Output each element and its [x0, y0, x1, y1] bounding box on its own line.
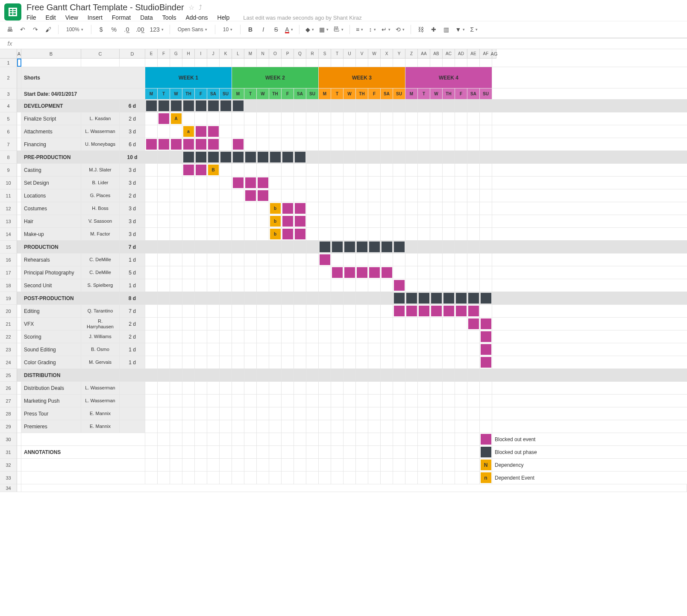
- gantt-cell[interactable]: [145, 228, 158, 240]
- gantt-cell[interactable]: [269, 100, 282, 112]
- fill-color-icon[interactable]: ◆: [304, 24, 316, 35]
- cell[interactable]: [319, 472, 331, 484]
- gantt-cell[interactable]: [418, 151, 430, 163]
- cell[interactable]: [405, 472, 418, 484]
- gantt-cell[interactable]: [232, 125, 244, 138]
- gantt-cell[interactable]: [393, 382, 405, 394]
- gantt-cell[interactable]: [294, 330, 306, 343]
- gantt-cell[interactable]: [480, 292, 492, 304]
- gantt-cell[interactable]: [381, 369, 393, 381]
- gantt-cell[interactable]: [443, 343, 455, 356]
- menu-format[interactable]: Format: [112, 14, 131, 21]
- gantt-cell[interactable]: [331, 253, 344, 266]
- gantt-cell[interactable]: [418, 164, 430, 176]
- col-I[interactable]: I: [195, 49, 207, 59]
- gantt-cell[interactable]: [306, 343, 319, 356]
- gantt-cell[interactable]: [430, 228, 443, 240]
- gantt-cell[interactable]: [467, 100, 480, 112]
- gantt-cell[interactable]: [232, 151, 244, 163]
- gantt-cell[interactable]: [356, 215, 368, 227]
- gantt-cell[interactable]: [319, 164, 331, 176]
- cell[interactable]: [306, 433, 319, 445]
- gantt-cell[interactable]: [145, 253, 158, 266]
- gantt-cell[interactable]: [195, 100, 207, 112]
- cell[interactable]: [17, 292, 21, 304]
- gantt-cell[interactable]: [368, 215, 381, 227]
- gantt-cell[interactable]: [455, 253, 467, 266]
- gantt-cell[interactable]: [306, 125, 319, 138]
- gantt-cell[interactable]: [381, 356, 393, 368]
- gantt-cell[interactable]: [467, 151, 480, 163]
- col-H[interactable]: H: [182, 49, 195, 59]
- cell-end[interactable]: [492, 59, 497, 67]
- cell[interactable]: [331, 472, 344, 484]
- gantt-cell[interactable]: [269, 125, 282, 138]
- gantt-cell[interactable]: [294, 382, 306, 394]
- gantt-cell[interactable]: [381, 241, 393, 253]
- cell[interactable]: [17, 112, 21, 125]
- gantt-cell[interactable]: [430, 125, 443, 138]
- gantt-cell[interactable]: [455, 407, 467, 420]
- gantt-cell[interactable]: [430, 395, 443, 407]
- cell[interactable]: [344, 433, 356, 445]
- gantt-cell[interactable]: [393, 112, 405, 125]
- col-J[interactable]: J: [207, 49, 220, 59]
- gantt-cell[interactable]: [430, 164, 443, 176]
- gantt-cell[interactable]: [368, 279, 381, 292]
- gantt-cell[interactable]: [170, 215, 182, 227]
- gantt-cell[interactable]: [306, 241, 319, 253]
- cell-end[interactable]: [492, 420, 497, 433]
- cell[interactable]: [319, 446, 331, 458]
- gantt-cell[interactable]: [393, 151, 405, 163]
- col-AC[interactable]: AC: [443, 49, 455, 59]
- cell[interactable]: [158, 459, 170, 471]
- gantt-cell[interactable]: [319, 305, 331, 317]
- gantt-cell[interactable]: [381, 253, 393, 266]
- gantt-cell[interactable]: [170, 125, 182, 138]
- gantt-cell[interactable]: [393, 395, 405, 407]
- gantt-cell[interactable]: [269, 279, 282, 292]
- gantt-cell[interactable]: [145, 279, 158, 292]
- gantt-cell[interactable]: [306, 420, 319, 433]
- gantt-cell[interactable]: [257, 305, 269, 317]
- gantt-cell[interactable]: [319, 395, 331, 407]
- gantt-cell[interactable]: [344, 266, 356, 279]
- cell[interactable]: [21, 59, 81, 67]
- gantt-cell[interactable]: [244, 420, 257, 433]
- cell[interactable]: [418, 446, 430, 458]
- cell[interactable]: [356, 446, 368, 458]
- gantt-cell[interactable]: [145, 241, 158, 253]
- gantt-cell[interactable]: [145, 138, 158, 150]
- gantt-cell[interactable]: [368, 369, 381, 381]
- gantt-cell[interactable]: [220, 151, 232, 163]
- gantt-cell[interactable]: [195, 343, 207, 356]
- gantt-cell[interactable]: [207, 100, 220, 112]
- gantt-cell[interactable]: [294, 305, 306, 317]
- gantt-cell[interactable]: [467, 279, 480, 292]
- gantt-cell[interactable]: [430, 382, 443, 394]
- gantt-cell[interactable]: [220, 356, 232, 368]
- gantt-cell[interactable]: [430, 189, 443, 202]
- gantt-cell[interactable]: [405, 266, 418, 279]
- gantt-cell[interactable]: [381, 151, 393, 163]
- gantt-cell[interactable]: [356, 59, 368, 67]
- gantt-cell[interactable]: [331, 151, 344, 163]
- gantt-cell[interactable]: [244, 189, 257, 202]
- cell[interactable]: [17, 215, 21, 227]
- gantt-cell[interactable]: [207, 202, 220, 215]
- gantt-cell[interactable]: [331, 420, 344, 433]
- col-B[interactable]: B: [21, 49, 81, 59]
- cell[interactable]: [17, 459, 21, 471]
- cell[interactable]: [430, 459, 443, 471]
- cell[interactable]: [158, 472, 170, 484]
- gantt-cell[interactable]: [257, 189, 269, 202]
- gantt-cell[interactable]: [368, 330, 381, 343]
- row-header[interactable]: 28: [0, 407, 17, 420]
- gantt-cell[interactable]: [480, 189, 492, 202]
- gantt-cell[interactable]: [306, 112, 319, 125]
- menu-help[interactable]: Help: [217, 14, 230, 21]
- cell[interactable]: [145, 472, 158, 484]
- gantt-cell[interactable]: [381, 164, 393, 176]
- gantt-cell[interactable]: [158, 318, 170, 330]
- gantt-cell[interactable]: [207, 253, 220, 266]
